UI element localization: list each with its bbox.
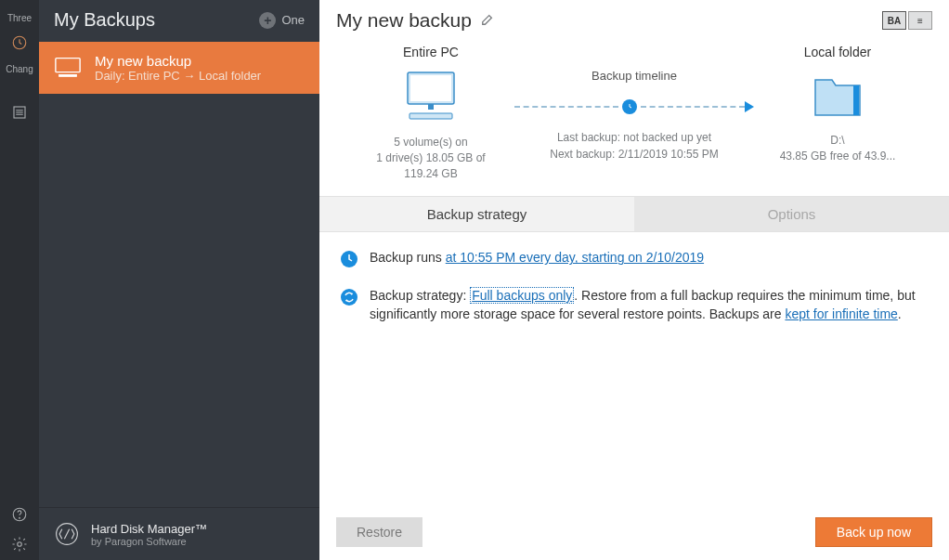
svg-point-15 [341, 289, 358, 306]
dest-sub: D:\ 43.85 GB free of 43.9... [754, 133, 921, 164]
strategy-prefix: Backup strategy: [370, 288, 470, 303]
main-panel: My new backup BA ≡ Entire PC 5 volume( [319, 0, 949, 560]
schedule-link[interactable]: at 10:55 PM every day, starting on 2/10/… [446, 250, 704, 265]
recycle-icon [340, 288, 358, 323]
retention-link[interactable]: kept for infinite time [785, 306, 897, 321]
rail-item-chang[interactable]: Chang [0, 59, 39, 80]
sidebar: My Backups + One My new backup Daily: En… [39, 0, 319, 560]
tab-strategy[interactable]: Backup strategy [319, 197, 634, 231]
svg-rect-11 [410, 113, 452, 119]
tabs: Backup strategy Options [319, 196, 949, 232]
svg-rect-13 [853, 85, 859, 115]
settings-icon[interactable] [0, 530, 39, 560]
restore-button[interactable]: Restore [336, 517, 422, 547]
backup-item-subtitle: Daily: Entire PC → Local folder [95, 69, 261, 83]
source-sub: 5 volume(s) on 1 drive(s) 18.05 GB of 11… [347, 135, 514, 181]
clock-icon [340, 250, 358, 274]
source-label: Entire PC [347, 45, 514, 59]
nav-rail: Three Chang [0, 0, 39, 560]
strategy-end: . [898, 306, 902, 321]
tab-options[interactable]: Options [634, 197, 949, 231]
timeline-marker-icon [622, 99, 637, 114]
rail-item-list[interactable] [0, 98, 39, 128]
timeline-label: Backup timeline [514, 69, 754, 83]
timeline-column[interactable]: Backup timeline Last backup: not backed … [514, 45, 754, 163]
pc-icon [398, 69, 463, 124]
timeline-sub: Last backup: not backed up yet Next back… [514, 129, 754, 163]
dest-label: Local folder [754, 45, 921, 59]
rail-item-three[interactable]: Three [0, 7, 39, 29]
svg-point-3 [20, 517, 20, 518]
help-icon[interactable] [0, 501, 39, 530]
edit-icon[interactable] [481, 13, 494, 29]
add-backup-button[interactable]: + One [259, 12, 305, 29]
rail-item-clock[interactable] [0, 29, 39, 59]
product-subtitle: by Paragon Software [91, 536, 207, 547]
view-mode-ba[interactable]: BA [882, 11, 906, 30]
backup-list-item[interactable]: My new backup Daily: Entire PC → Local f… [39, 42, 319, 94]
add-backup-label: One [281, 13, 305, 27]
backup-item-title: My new backup [95, 53, 261, 69]
plus-icon: + [259, 12, 276, 29]
product-icon [54, 521, 80, 547]
folder-icon [810, 69, 865, 123]
dest-column[interactable]: Local folder D:\ 43.85 GB free of 43.9..… [754, 45, 921, 164]
page-title: My new backup [336, 9, 472, 32]
svg-rect-10 [428, 104, 434, 110]
svg-rect-5 [56, 58, 80, 72]
source-column[interactable]: Entire PC 5 volume(s) on 1 drive(s) 18.0… [347, 45, 514, 181]
schedule-row: Backup runs at 10:55 PM every day, start… [370, 249, 704, 274]
backup-diagram: Entire PC 5 volume(s) on 1 drive(s) 18.0… [319, 37, 949, 196]
strategy-link[interactable]: Full backups only [470, 287, 574, 304]
svg-rect-6 [59, 74, 77, 76]
svg-point-4 [18, 542, 22, 547]
backup-now-button[interactable]: Back up now [815, 517, 932, 547]
strategy-row: Backup strategy: Full backups only. Rest… [370, 287, 929, 323]
arrow-icon [745, 101, 754, 112]
view-mode-list[interactable]: ≡ [908, 11, 932, 30]
sidebar-footer[interactable]: Hard Disk Manager™ by Paragon Software [39, 507, 319, 560]
schedule-prefix: Backup runs [370, 250, 446, 265]
svg-rect-9 [410, 75, 451, 101]
sidebar-title: My Backups [54, 9, 155, 31]
product-title: Hard Disk Manager™ [91, 522, 207, 536]
monitor-icon [54, 56, 82, 81]
